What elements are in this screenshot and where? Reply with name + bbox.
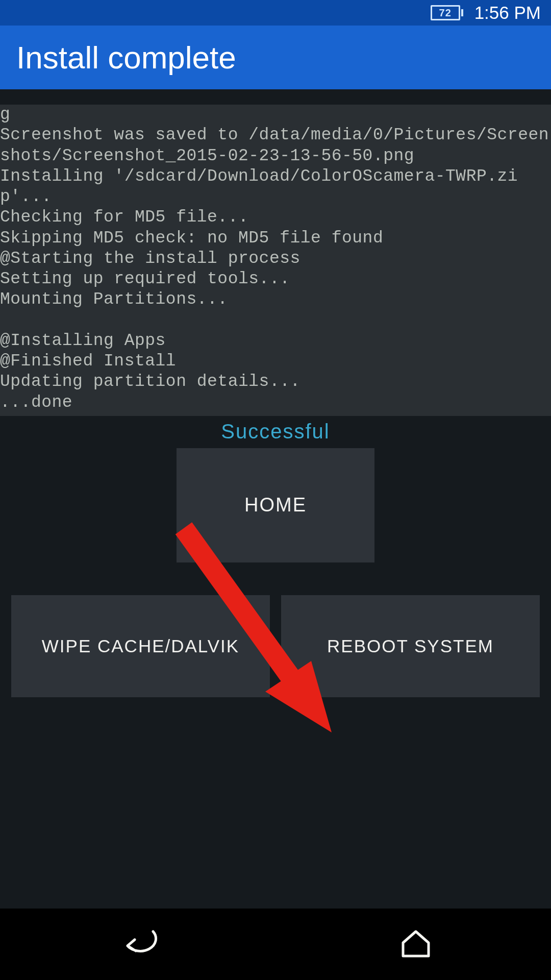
reboot-system-button[interactable]: REBOOT SYSTEM — [281, 595, 540, 697]
bottom-button-row: WIPE CACHE/DALVIK REBOOT SYSTEM — [0, 595, 551, 697]
page-title: Install complete — [16, 39, 236, 76]
title-bar: Install complete — [0, 26, 551, 89]
status-bar: 72 1:56 PM — [0, 0, 551, 26]
home-button[interactable]: HOME — [177, 448, 374, 562]
home-icon — [398, 925, 434, 961]
home-nav-button[interactable] — [398, 925, 434, 963]
content-area: g Screenshot was saved to /data/media/0/… — [0, 89, 551, 909]
terminal-log[interactable]: g Screenshot was saved to /data/media/0/… — [0, 105, 551, 416]
back-button[interactable] — [117, 925, 163, 963]
battery-level: 72 — [431, 5, 460, 20]
nav-bar — [0, 909, 551, 980]
clock: 1:56 PM — [474, 3, 541, 23]
battery-indicator: 72 — [431, 5, 463, 20]
status-label: Successful — [0, 420, 551, 443]
battery-tip-icon — [461, 9, 463, 16]
back-icon — [117, 925, 163, 961]
wipe-cache-button[interactable]: WIPE CACHE/DALVIK — [11, 595, 270, 697]
